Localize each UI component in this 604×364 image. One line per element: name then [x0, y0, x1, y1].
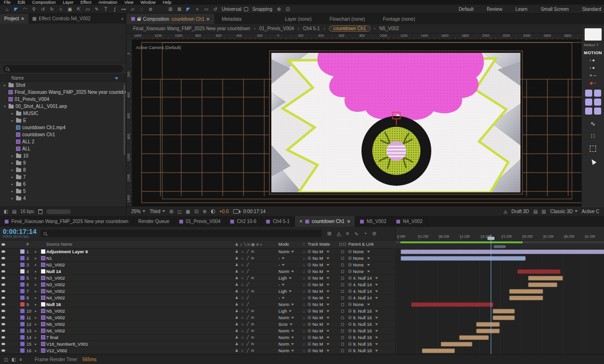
preserve-transparency-toggle[interactable]: ◻ — [300, 290, 308, 293]
eye-toggle[interactable] — [1, 257, 5, 259]
timeline-tab-countdown-ch1[interactable]: ×countdown Ch1≡ — [295, 216, 355, 227]
pickwhip-icon[interactable] — [308, 290, 311, 293]
twirl-icon[interactable]: ▸ — [35, 250, 40, 254]
mask-mode-icon[interactable]: ⊠ — [175, 6, 184, 13]
region-icon[interactable]: ▭ — [202, 6, 210, 13]
pickwhip-icon[interactable] — [348, 250, 352, 253]
label-color-swatch[interactable] — [20, 335, 25, 339]
pickwhip-icon[interactable] — [308, 276, 311, 280]
project-item-8[interactable]: ▸8 — [0, 166, 126, 174]
twirl-icon[interactable]: ▸ — [35, 263, 40, 267]
project-scrollbar[interactable] — [124, 84, 125, 155]
pickwhip-icon[interactable] — [348, 329, 352, 332]
collapse-icon[interactable]: ☼ — [241, 309, 244, 313]
motion-tool-button[interactable] — [594, 108, 601, 115]
timeline-tab-ch4-5-1[interactable]: Ch4 5-1 — [261, 216, 295, 227]
mode-dropdown[interactable]: Norm — [278, 315, 300, 320]
layer-switches[interactable]: ♟☼╱fx — [235, 322, 278, 326]
collapse-icon[interactable]: ☼ — [241, 302, 244, 306]
menu-window[interactable]: Window — [141, 0, 156, 5]
quality-icon[interactable]: ╱ — [247, 256, 249, 260]
reset-icon[interactable]: ↺ — [211, 6, 219, 13]
rotate-tool-icon[interactable]: ↻ — [48, 6, 56, 13]
label-color-swatch[interactable] — [20, 348, 25, 353]
quality-icon[interactable]: ╱ — [247, 296, 249, 300]
twirl-icon[interactable]: ▸ — [35, 283, 40, 287]
fx-icon[interactable]: fx — [251, 315, 254, 320]
fx-icon[interactable]: fx — [251, 342, 254, 346]
preserve-transparency-toggle[interactable]: ◻ — [300, 263, 308, 267]
layer-bar[interactable] — [528, 276, 563, 281]
pickwhip-icon[interactable] — [348, 270, 352, 273]
collapse-icon[interactable]: ☼ — [241, 348, 244, 353]
layer-switches[interactable]: ♟☼╱ — [235, 302, 278, 306]
shy-icon[interactable]: ♟ — [235, 322, 238, 326]
mode-dropdown[interactable]: - — [278, 262, 300, 267]
twirl-icon[interactable]: ▸ — [10, 190, 14, 193]
pickwhip-icon[interactable] — [348, 296, 352, 299]
graph-editor-icon[interactable]: ⊘ — [372, 231, 376, 237]
mode-dropdown[interactable]: Ligh — [278, 275, 300, 281]
twirl-icon[interactable]: ▸ — [10, 168, 14, 172]
pickwhip-icon[interactable] — [348, 283, 352, 286]
pickwhip-icon[interactable] — [308, 309, 311, 313]
breadcrumb-item[interactable]: N5_V002 — [379, 26, 399, 31]
project-item-10[interactable]: ▸10 — [0, 152, 126, 159]
preserve-transparency-toggle[interactable]: ◻ — [300, 270, 308, 273]
matte-toggle-icon[interactable] — [341, 283, 344, 286]
timeline-navigator-handle[interactable] — [494, 245, 506, 248]
layer-bar[interactable] — [459, 335, 489, 340]
cursor-icon[interactable] — [589, 158, 596, 165]
collapse-icon[interactable]: ☼ — [241, 269, 244, 273]
eye-toggle[interactable] — [1, 310, 5, 312]
sort-arrow-icon[interactable] — [115, 77, 118, 80]
breadcrumb-item[interactable]: 01_Previs_V004 — [259, 26, 294, 31]
shy-icon[interactable]: ♟ — [235, 269, 238, 273]
layer-switches[interactable]: ♟☼╱fx — [235, 315, 278, 320]
matte-toggle-icon[interactable] — [341, 250, 344, 253]
twirl-icon[interactable]: ▸ — [35, 270, 40, 273]
layer-name[interactable]: N1 — [46, 256, 235, 261]
matte-toggle-icon[interactable] — [341, 290, 344, 293]
twirl-icon[interactable]: ▾ — [3, 105, 7, 108]
clone-stamp-tool-icon[interactable]: ⊶ — [119, 6, 128, 13]
renderer-dropdown[interactable]: Classic 3D — [550, 209, 578, 214]
fx-icon[interactable]: fx — [251, 329, 254, 333]
pickwhip-icon[interactable] — [308, 336, 311, 339]
shy-icon[interactable]: ♟ — [235, 289, 238, 293]
pickwhip-icon[interactable] — [308, 342, 311, 346]
marquee-icon[interactable] — [590, 146, 596, 152]
work-area-bar[interactable] — [400, 241, 523, 243]
label-color-swatch[interactable] — [20, 309, 25, 313]
twirl-icon[interactable]: ▸ — [10, 175, 14, 179]
hand-tool-icon[interactable]: ◠ — [21, 6, 29, 13]
camera-tool-icon[interactable]: ▣ — [66, 6, 74, 13]
trash-icon[interactable] — [38, 209, 42, 214]
parent-link-dropdown[interactable]: None — [348, 262, 395, 267]
motion-tool-button[interactable] — [594, 99, 601, 106]
fx-icon[interactable]: fx — [251, 335, 254, 339]
fx-icon[interactable]: fx — [251, 249, 254, 254]
mode-dropdown[interactable]: Norm — [278, 335, 300, 340]
layer-switches[interactable]: ♟☼╱fx — [235, 256, 278, 260]
pan-behind-tool-icon[interactable]: ⇱ — [75, 6, 83, 13]
mode-column-header[interactable]: Mode — [278, 242, 300, 247]
layer-bar[interactable] — [493, 309, 515, 314]
layer-switches[interactable]: ♟☼╱ — [235, 263, 278, 267]
mode-dropdown[interactable]: Scre — [278, 322, 300, 327]
layer-switches[interactable]: ♟☼╱ — [235, 282, 278, 287]
timeline-search-input[interactable] — [41, 230, 322, 237]
shy-icon[interactable]: ♟ — [235, 263, 238, 267]
color-swatch[interactable] — [585, 28, 602, 41]
pickwhip-icon[interactable] — [348, 323, 352, 326]
matte-toggle-icon[interactable] — [343, 243, 346, 246]
track-matte-dropdown[interactable]: No M — [308, 328, 337, 333]
fx-icon[interactable]: fx — [251, 309, 254, 313]
matte-toggle-icon[interactable] — [341, 270, 344, 273]
selection-tool-icon[interactable]: ◤ — [12, 6, 20, 13]
timeline-tab-render-queue[interactable]: Render Queue — [134, 216, 175, 227]
matte-toggle-icon[interactable] — [341, 343, 344, 346]
twirl-icon[interactable]: ▸ — [10, 161, 14, 165]
preserve-transparency-toggle[interactable]: ◻ — [300, 329, 308, 333]
eye-toggle[interactable] — [1, 343, 5, 345]
